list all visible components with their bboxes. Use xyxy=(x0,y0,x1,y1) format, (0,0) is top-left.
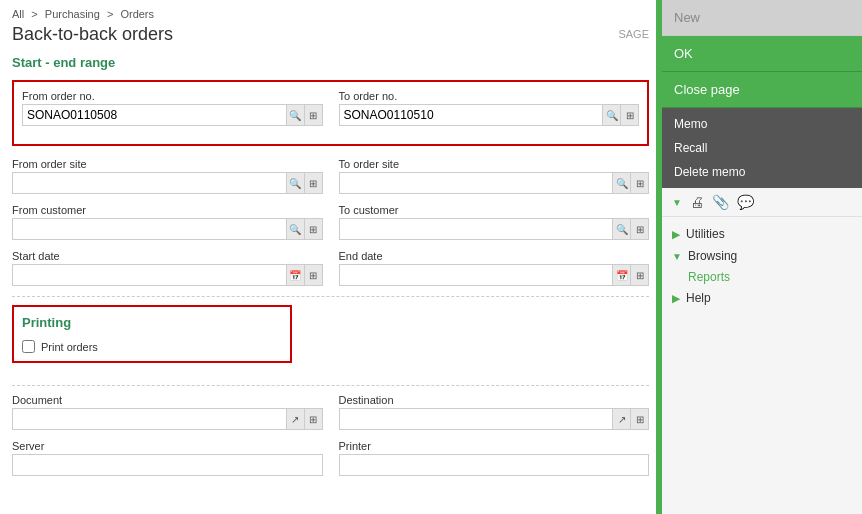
sidebar-item-utilities[interactable]: ▶ Utilities xyxy=(662,223,862,245)
destination-input-wrapper: ↗ ⊞ xyxy=(339,408,650,430)
separator2 xyxy=(12,385,649,386)
printer-label: Printer xyxy=(339,440,650,452)
from-order-browse-icon[interactable]: ⊞ xyxy=(304,105,322,125)
printing-header: Printing xyxy=(22,315,282,332)
breadcrumb-orders[interactable]: Orders xyxy=(120,8,154,20)
from-customer-search-icon[interactable]: 🔍 xyxy=(286,219,304,239)
document-icon1[interactable]: ↗ xyxy=(286,409,304,429)
document-label: Document xyxy=(12,394,323,406)
help-label: Help xyxy=(686,291,711,305)
end-date-cal-icon[interactable]: 📅 xyxy=(612,265,630,285)
utilities-arrow-icon: ▶ xyxy=(672,229,680,240)
end-date-browse-icon[interactable]: ⊞ xyxy=(630,265,648,285)
to-order-site-search-icon[interactable]: 🔍 xyxy=(612,173,630,193)
destination-label: Destination xyxy=(339,394,650,406)
printer-group: Printer xyxy=(339,440,650,476)
print-orders-row: Print orders xyxy=(22,340,282,353)
new-button[interactable]: New xyxy=(662,0,862,36)
customer-row: From customer 🔍 ⊞ To customer 🔍 ⊞ xyxy=(12,204,649,240)
order-range-section: From order no. 🔍 ⊞ To order no. 🔍 ⊞ xyxy=(12,80,649,146)
chat-icon[interactable]: 💬 xyxy=(737,194,754,210)
page-title: Back-to-back orders xyxy=(12,24,173,45)
printer-input[interactable] xyxy=(340,455,649,475)
start-date-label: Start date xyxy=(12,250,323,262)
document-input[interactable] xyxy=(13,409,286,429)
ok-button[interactable]: OK xyxy=(662,36,862,72)
to-order-site-input[interactable] xyxy=(340,173,613,193)
end-date-input[interactable] xyxy=(340,265,613,285)
sidebar-sub-item-reports[interactable]: Reports xyxy=(662,267,862,287)
sidebar-nav: ▶ Utilities ▼ Browsing Reports ▶ Help xyxy=(662,217,862,514)
to-customer-search-icon[interactable]: 🔍 xyxy=(612,219,630,239)
destination-group: Destination ↗ ⊞ xyxy=(339,394,650,430)
from-order-input[interactable] xyxy=(23,105,286,125)
green-accent-bar xyxy=(656,0,662,514)
from-customer-group: From customer 🔍 ⊞ xyxy=(12,204,323,240)
delete-memo-menu-item[interactable]: Delete memo xyxy=(662,160,862,184)
to-order-browse-icon[interactable]: ⊞ xyxy=(620,105,638,125)
printing-spacer xyxy=(308,305,649,375)
breadcrumb-sep1: > xyxy=(31,8,37,20)
utilities-label: Utilities xyxy=(686,227,725,241)
print-orders-label: Print orders xyxy=(41,341,98,353)
to-customer-browse-icon[interactable]: ⊞ xyxy=(630,219,648,239)
sidebar-item-help[interactable]: ▶ Help xyxy=(662,287,862,309)
from-order-site-group: From order site 🔍 ⊞ xyxy=(12,158,323,194)
document-input-wrapper: ↗ ⊞ xyxy=(12,408,323,430)
end-date-group: End date 📅 ⊞ xyxy=(339,250,650,286)
recall-menu-item[interactable]: Recall xyxy=(662,136,862,160)
start-date-browse-icon[interactable]: ⊞ xyxy=(304,265,322,285)
from-customer-input[interactable] xyxy=(13,219,286,239)
destination-input[interactable] xyxy=(340,409,613,429)
sidebar-item-browsing[interactable]: ▼ Browsing xyxy=(662,245,862,267)
printer-input-wrapper xyxy=(339,454,650,476)
close-page-button[interactable]: Close page xyxy=(662,72,862,108)
breadcrumb-purchasing[interactable]: Purchasing xyxy=(45,8,100,20)
from-order-search-icon[interactable]: 🔍 xyxy=(286,105,304,125)
destination-icon2[interactable]: ⊞ xyxy=(630,409,648,429)
sidebar: New OK Close page Memo Recall Delete mem… xyxy=(662,0,862,514)
sage-label: SAGE xyxy=(618,28,649,40)
breadcrumb-sep2: > xyxy=(107,8,113,20)
memo-menu-item[interactable]: Memo xyxy=(662,112,862,136)
server-input[interactable] xyxy=(13,455,322,475)
to-customer-input[interactable] xyxy=(340,219,613,239)
start-date-input-wrapper: 📅 ⊞ xyxy=(12,264,323,286)
main-content: All > Purchasing > Orders Back-to-back o… xyxy=(0,0,662,514)
from-order-site-search-icon[interactable]: 🔍 xyxy=(286,173,304,193)
to-order-input[interactable] xyxy=(340,105,603,125)
paperclip-icon[interactable]: 📎 xyxy=(712,194,729,210)
from-customer-browse-icon[interactable]: ⊞ xyxy=(304,219,322,239)
to-order-search-icon[interactable]: 🔍 xyxy=(602,105,620,125)
triangle-icon: ▼ xyxy=(672,197,682,208)
breadcrumb-all[interactable]: All xyxy=(12,8,24,20)
start-date-group: Start date 📅 ⊞ xyxy=(12,250,323,286)
start-date-input[interactable] xyxy=(13,265,286,285)
from-order-site-input[interactable] xyxy=(13,173,286,193)
printing-section: Printing Print orders xyxy=(12,305,292,363)
section-start-end-range: Start - end range xyxy=(12,55,649,72)
to-order-input-wrapper: 🔍 ⊞ xyxy=(339,104,640,126)
from-order-site-input-wrapper: 🔍 ⊞ xyxy=(12,172,323,194)
to-customer-input-wrapper: 🔍 ⊞ xyxy=(339,218,650,240)
separator xyxy=(12,296,649,297)
from-order-site-browse-icon[interactable]: ⊞ xyxy=(304,173,322,193)
print-orders-checkbox[interactable] xyxy=(22,340,35,353)
from-order-input-wrapper: 🔍 ⊞ xyxy=(22,104,323,126)
from-customer-label: From customer xyxy=(12,204,323,216)
doc-dest-row: Document ↗ ⊞ Destination ↗ ⊞ xyxy=(12,394,649,430)
from-order-site-label: From order site xyxy=(12,158,323,170)
destination-icon1[interactable]: ↗ xyxy=(612,409,630,429)
to-customer-label: To customer xyxy=(339,204,650,216)
browsing-label: Browsing xyxy=(688,249,737,263)
server-printer-row: Server Printer xyxy=(12,440,649,476)
document-icon2[interactable]: ⊞ xyxy=(304,409,322,429)
to-order-site-browse-icon[interactable]: ⊞ xyxy=(630,173,648,193)
printing-row: Printing Print orders xyxy=(12,305,649,375)
document-group: Document ↗ ⊞ xyxy=(12,394,323,430)
start-date-cal-icon[interactable]: 📅 xyxy=(286,265,304,285)
date-row: Start date 📅 ⊞ End date 📅 ⊞ xyxy=(12,250,649,286)
print-icon[interactable]: 🖨 xyxy=(690,194,704,210)
order-no-row: From order no. 🔍 ⊞ To order no. 🔍 ⊞ xyxy=(22,90,639,126)
browsing-arrow-icon: ▼ xyxy=(672,251,682,262)
